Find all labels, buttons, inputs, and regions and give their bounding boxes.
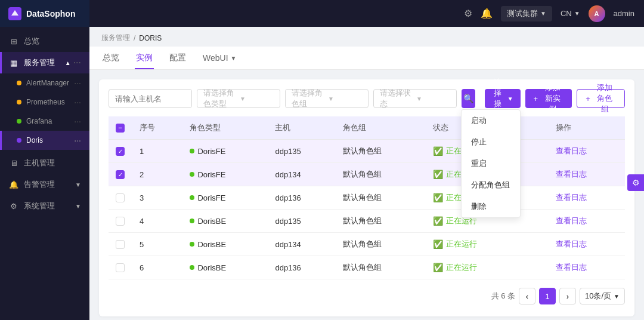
action-delete[interactable]: 删除: [462, 196, 520, 217]
row-host: ddp135: [268, 210, 336, 233]
language-selector[interactable]: CN ▼: [561, 9, 580, 18]
row-role-type: DorisBE: [182, 210, 268, 233]
sidebar-grafana-label: Grafana: [26, 117, 52, 125]
row-role-group: 默认角色组: [336, 210, 425, 233]
status-arrow-icon: ▼: [416, 96, 450, 102]
pagination-next-btn[interactable]: ›: [559, 288, 576, 304]
row-checkbox[interactable]: [116, 170, 125, 179]
prometheus-more-icon[interactable]: ···: [74, 97, 81, 107]
col-role-type: 角色类型: [182, 116, 268, 140]
sidebar-item-sys-mgmt[interactable]: ⚙ 系统管理 ▼: [0, 195, 89, 217]
tab-bar: 总览 实例 配置 WebUI ▼: [89, 47, 644, 70]
row-checkbox[interactable]: [116, 217, 125, 226]
add-instance-button[interactable]: + 添加新实例: [525, 89, 572, 108]
status-filter-select[interactable]: 请选择状态 ▼: [373, 89, 457, 108]
view-log-link[interactable]: 查看日志: [556, 146, 587, 155]
cluster-selector[interactable]: 测试集群 ▼: [501, 6, 552, 21]
row-status: ✅ 正在运行: [426, 256, 525, 279]
role-type-dot: [190, 195, 194, 200]
settings-icon-btn[interactable]: ⚙: [464, 8, 472, 19]
cluster-name: 测试集群: [507, 8, 538, 19]
search-button[interactable]: 🔍: [462, 89, 475, 108]
select-action-button[interactable]: 选择操作 ▼: [485, 89, 520, 108]
action-dropdown-menu: 启动 停止 重启 分配角色组 删除: [461, 109, 521, 218]
sidebar-item-overview[interactable]: ⊞ 总览: [0, 30, 89, 52]
add-role-group-button[interactable]: + 添加角色组: [577, 89, 625, 108]
alert-mgmt-icon: 🔔: [8, 180, 19, 189]
action-assign-role[interactable]: 分配角色组: [462, 174, 520, 196]
row-empty: [524, 140, 549, 163]
alertmanager-more-icon[interactable]: ···: [74, 78, 81, 88]
action-restart-label: 重启: [471, 159, 487, 168]
cluster-dropdown-icon: ▼: [540, 10, 546, 17]
tab-config[interactable]: 配置: [168, 47, 187, 69]
table-row: 2 DorisFE ddp134 默认角色组 ✅ 正在运行 查看日志: [109, 163, 625, 186]
row-checkbox[interactable]: [116, 240, 125, 249]
instance-table: 序号 角色类型 主机 角色组 状态 操作 1: [109, 116, 625, 279]
sidebar-item-grafana[interactable]: Grafana ···: [0, 112, 89, 131]
breadcrumb-separator: /: [134, 34, 135, 42]
sidebar-overview-label: 总览: [24, 36, 39, 47]
view-log-link[interactable]: 查看日志: [556, 263, 587, 272]
row-empty: [524, 256, 549, 279]
sidebar-item-doris[interactable]: Doris ···: [0, 131, 89, 150]
add-instance-label: 添加新实例: [541, 82, 564, 115]
sidebar-item-prometheus[interactable]: Prometheus ···: [0, 93, 89, 112]
view-log-link[interactable]: 查看日志: [556, 216, 587, 225]
status-running-icon: ✅: [433, 170, 443, 179]
view-log-link[interactable]: 查看日志: [556, 170, 587, 179]
notification-bell-btn[interactable]: 🔔: [481, 8, 493, 19]
view-log-link[interactable]: 查看日志: [556, 193, 587, 202]
sidebar: DataSophon ⊞ 总览 ▦ 服务管理 ▲ ··· AlertManage…: [0, 0, 89, 320]
row-role-type: DorisFE: [182, 186, 268, 210]
page-size-select[interactable]: 10条/页 ▼: [580, 288, 625, 304]
view-log-link[interactable]: 查看日志: [556, 239, 587, 248]
row-empty: [524, 186, 549, 210]
grafana-more-icon[interactable]: ···: [74, 116, 81, 126]
add-role-group-icon: +: [586, 94, 590, 103]
row-seq: 2: [132, 163, 182, 186]
filter-bar: 请选择角色类型 ▼ 请选择角色组 ▼ 请选择状态 ▼ 🔍: [109, 89, 625, 108]
row-operations: 查看日志: [549, 233, 625, 256]
sidebar-alert-mgmt-label: 告警管理: [24, 179, 55, 190]
pagination-prev-btn[interactable]: ‹: [519, 288, 535, 304]
doris-more-icon[interactable]: ···: [74, 136, 81, 145]
row-operations: 查看日志: [549, 186, 625, 210]
tab-webui[interactable]: WebUI ▼: [202, 47, 237, 69]
row-checkbox[interactable]: [116, 193, 125, 202]
action-start[interactable]: 启动: [462, 110, 520, 131]
tab-instance[interactable]: 实例: [135, 47, 154, 69]
role-type-filter-select[interactable]: 请选择角色类型 ▼: [197, 89, 280, 108]
table-row: 4 DorisBE ddp135 默认角色组 ✅ 正在运行 查看日志: [109, 210, 625, 233]
content-panel: 请选择角色类型 ▼ 请选择角色组 ▼ 请选择状态 ▼ 🔍: [99, 79, 634, 316]
doris-status-dot: [17, 138, 21, 143]
role-type-dot: [190, 172, 194, 177]
table-header-checkbox[interactable]: [116, 124, 125, 133]
role-group-filter-select[interactable]: 请选择角色组 ▼: [285, 89, 369, 108]
sidebar-item-alert-mgmt[interactable]: 🔔 告警管理 ▼: [0, 174, 89, 195]
sidebar-doris-label: Doris: [26, 136, 43, 144]
pagination-page-1-btn[interactable]: 1: [539, 288, 556, 304]
role-type-dot: [190, 219, 194, 223]
sidebar-item-host-mgmt[interactable]: 🖥 主机管理: [0, 152, 89, 174]
row-host: ddp135: [268, 140, 336, 163]
sidebar-host-mgmt-label: 主机管理: [24, 158, 55, 168]
row-checkbox[interactable]: [116, 263, 125, 272]
status-text: 正在运行: [446, 262, 477, 273]
side-gear-button[interactable]: ⚙: [627, 174, 644, 191]
lang-dropdown-icon: ▼: [574, 10, 580, 17]
tab-instance-label: 实例: [136, 53, 153, 62]
sidebar-item-alertmanager[interactable]: AlertManager ···: [0, 73, 89, 93]
role-type-label: DorisBE: [197, 240, 226, 249]
status-running-icon: ✅: [433, 263, 443, 272]
hostname-filter-input[interactable]: [109, 89, 192, 108]
service-mgmt-more-icon[interactable]: ···: [73, 57, 81, 68]
host-mgmt-icon: 🖥: [8, 159, 19, 168]
overview-icon: ⊞: [8, 37, 19, 46]
sidebar-item-service-mgmt[interactable]: ▦ 服务管理 ▲ ···: [0, 52, 89, 73]
action-restart[interactable]: 重启: [462, 153, 520, 174]
tab-overview[interactable]: 总览: [101, 47, 120, 69]
row-checkbox[interactable]: [116, 147, 125, 156]
role-group-arrow-icon: ▼: [328, 96, 362, 102]
action-stop[interactable]: 停止: [462, 131, 520, 153]
